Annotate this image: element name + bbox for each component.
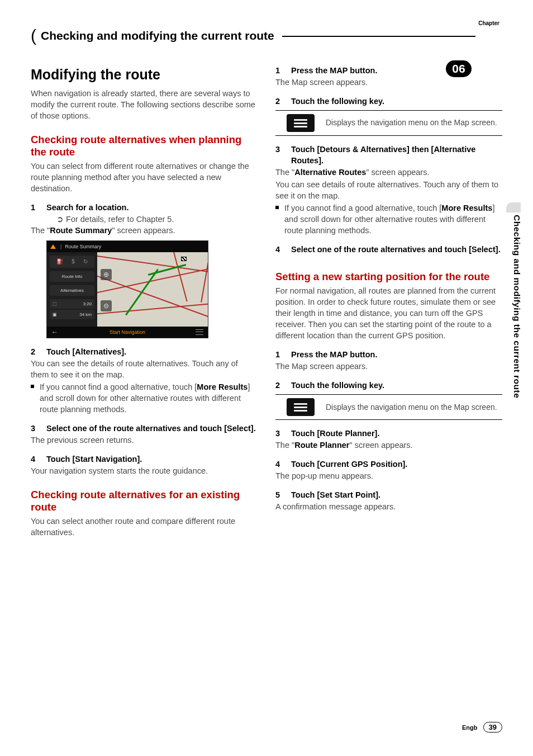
step-1: 1Search for a location. [31, 202, 258, 213]
step-2: 2Touch [Alternatives]. [31, 346, 258, 357]
page-header: ( Checking and modifying the current rou… [31, 28, 502, 44]
screenshot-alternatives-button: Alternatives [50, 285, 94, 296]
side-section-label: Checking and modifying the current route [512, 215, 522, 398]
bullet-note: If you cannot find a good alternative, t… [31, 381, 258, 415]
step-4: 4Touch [Start Navigation]. [31, 453, 258, 465]
chapter-number-badge: 06 [446, 60, 472, 77]
text-fragment: " screen appears. [349, 441, 412, 450]
screen-name: Route Summary [50, 226, 112, 235]
body-text: The Map screen appears. [275, 77, 502, 88]
body-text: For normal navigation, all routes are pl… [275, 285, 502, 341]
screenshot-time: 3:20 [83, 301, 92, 307]
body-text: Your navigation system starts the route … [31, 465, 258, 476]
step-3-text: Touch [Detours & Alternatives] then [Alt… [291, 144, 502, 166]
body-text: You can select another route and compare… [31, 516, 258, 538]
screenshot-stats2: ▣34 km [50, 310, 94, 319]
step-5-text: Touch [Set Start Point]. [291, 489, 380, 500]
text-fragment: " screen appears. [112, 226, 175, 235]
body-text: The "Alternative Routes" screen appears. [275, 167, 502, 178]
step-4: 4Touch [Current GPS Position]. [275, 459, 502, 470]
body-text: You can select from different route alte… [31, 160, 258, 194]
text-fragment: If you cannot find a good alternative, t… [284, 204, 441, 212]
text-fragment: " screen appears. [366, 168, 429, 177]
step-5: 5Touch [Set Start Point]. [275, 489, 502, 500]
key-icon-cell [275, 114, 326, 132]
step-1: 1Press the MAP button. [275, 349, 502, 360]
subsection-setting-starting-position: Setting a new starting position for the … [275, 271, 502, 283]
step-4-text: Touch [Current GPS Position]. [291, 459, 407, 470]
step-2-text: Touch the following key. [291, 96, 384, 107]
hamburger-menu-icon [287, 114, 315, 132]
chapter-label: Chapter [478, 20, 499, 26]
text-fragment: If you cannot find a good alternative, t… [40, 382, 197, 391]
text-fragment: The " [275, 441, 294, 450]
screenshot-icon-row: ⛽$↻ [50, 256, 94, 268]
screenshot-distance: 34 km [79, 311, 92, 318]
step-1-subnote-text: For details, refer to Chapter 5. [66, 215, 174, 224]
step-3-text: Select one of the route alternatives and… [46, 423, 256, 434]
triangle-icon [50, 244, 56, 249]
step-2-text: Touch the following key. [291, 380, 384, 391]
step-4: 4Select one of the route alternatives an… [275, 244, 502, 255]
left-column: Modifying the route When navigation is a… [31, 65, 258, 539]
hamburger-menu-icon [287, 398, 315, 416]
key-description: Displays the navigation menu on the Map … [326, 402, 502, 413]
zoom-in-icon: ⊕ [101, 269, 112, 280]
step-1-text: Search for a location. [46, 202, 129, 213]
header-open-bracket: ( [31, 28, 36, 44]
destination-flag-icon [181, 257, 187, 261]
page-title: Checking and modifying the current route [37, 29, 278, 42]
key-description-row: Displays the navigation menu on the Map … [275, 110, 502, 136]
step-3-text: Touch [Route Planner]. [291, 428, 379, 439]
body-text: A confirmation message appears. [275, 501, 502, 512]
step-4-text: Touch [Start Navigation]. [46, 453, 142, 465]
step-3: 3Touch [Route Planner]. [275, 428, 502, 439]
screenshot-route-info-button: Route Info [50, 271, 94, 282]
screenshot-stats: ⬚3:20 [50, 299, 94, 309]
body-text: The "Route Planner" screen appears. [275, 440, 502, 451]
key-description-row: Displays the navigation menu on the Map … [275, 394, 502, 420]
text-fragment: The " [31, 226, 50, 235]
button-name: More Results [197, 382, 248, 391]
screen-name: Route Planner [294, 441, 349, 450]
button-name: More Results [441, 204, 492, 212]
step-2: 2Touch the following key. [275, 380, 502, 391]
header-line [282, 36, 475, 37]
screenshot-titlebar: | Route Summary [47, 241, 208, 252]
step-1-text: Press the MAP button. [291, 65, 377, 76]
body-text: You can see the details of route alterna… [31, 358, 258, 380]
screenshot-map: ⊕ ⊖ [97, 252, 208, 327]
text-fragment: The " [275, 168, 294, 177]
footer-language: Engb [462, 724, 478, 731]
bullet-note: If you cannot find a good alternative, t… [275, 202, 502, 236]
step-2-text: Touch [Alternatives]. [46, 346, 126, 357]
back-arrow-icon: ← [51, 328, 58, 337]
side-tab [506, 202, 521, 212]
reference-arrow-icon: ➲ [56, 215, 66, 224]
step-1-text: Press the MAP button. [291, 349, 377, 360]
intro-text: When navigation is already started, ther… [31, 88, 258, 121]
step-3: 3Touch [Detours & Alternatives] then [Al… [275, 144, 502, 166]
subsection-checking-alternatives-planning: Checking route alternatives when plannin… [31, 134, 258, 158]
screenshot-title: Route Summary [65, 243, 101, 250]
footer-page-number: 39 [483, 722, 502, 733]
body-text: You can see details of route alternative… [275, 179, 502, 201]
key-description: Displays the navigation menu on the Map … [326, 117, 502, 128]
right-column: 1Press the MAP button. The Map screen ap… [275, 65, 502, 539]
step-3: 3Select one of the route alternatives an… [31, 423, 258, 434]
menu-icon [196, 329, 203, 335]
body-text: The "Route Summary" screen appears. [31, 225, 258, 236]
subsection-checking-alternatives-existing: Checking route alternatives for an exist… [31, 489, 258, 513]
screen-name: Alternative Routes [294, 168, 366, 177]
zoom-out-icon: ⊖ [101, 300, 112, 311]
step-2: 2Touch the following key. [275, 96, 502, 107]
body-text: The Map screen appears. [275, 361, 502, 372]
route-summary-screenshot: | Route Summary ⛽$↻ Route Info Alternati… [46, 240, 208, 338]
screenshot-bottom-bar: ← Start Navigation [47, 327, 208, 338]
step-1-subnote: ➲ For details, refer to Chapter 5. [31, 214, 258, 225]
key-icon-cell [275, 398, 326, 416]
screenshot-sidebar: ⛽$↻ Route Info Alternatives ⬚3:20 ▣34 km [47, 252, 97, 327]
step-4-text: Select one of the route alternatives and… [291, 244, 501, 255]
section-heading-modifying-route: Modifying the route [31, 65, 258, 84]
body-text: The previous screen returns. [31, 434, 258, 446]
